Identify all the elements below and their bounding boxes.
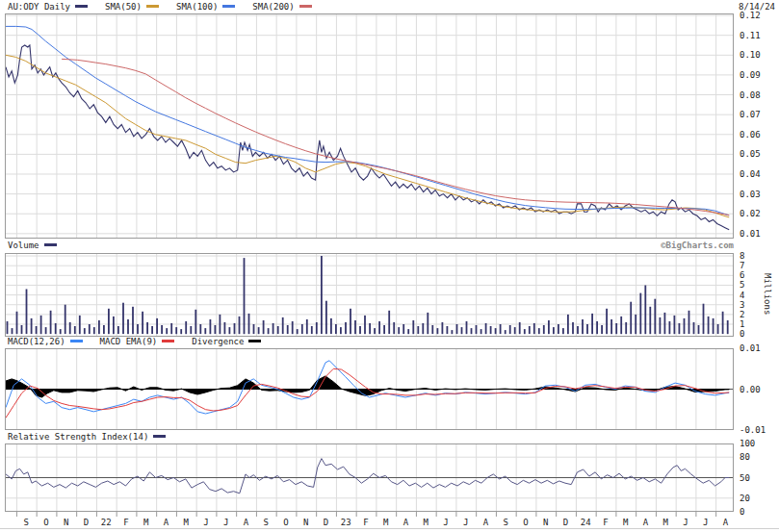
price-y-tick-label: 0.05 bbox=[740, 149, 761, 159]
x-axis-month-label: N bbox=[60, 518, 72, 527]
legend-label: Divergence bbox=[192, 337, 244, 346]
x-axis-month-label: M bbox=[180, 518, 193, 527]
rsi-pane-legend: Relative Strength Index(14) bbox=[8, 432, 183, 443]
x-axis-month-label: 22 bbox=[100, 518, 113, 527]
x-axis-month-label: A bbox=[240, 518, 252, 527]
x-axis-month-label: 23 bbox=[340, 518, 352, 527]
x-axis-month-label: A bbox=[639, 518, 652, 527]
volume-y-tick-label: 6 bbox=[740, 270, 744, 280]
macd-pane-svg bbox=[5, 348, 734, 430]
macd-y-tick-label: 0.01 bbox=[740, 343, 761, 353]
x-axis-month-label: M bbox=[140, 518, 152, 527]
macd-pane-legend: MACD(12,26)MACD EMA(9)Divergence bbox=[8, 337, 278, 348]
x-axis-month-label: O bbox=[280, 518, 293, 527]
legend-color-dash-icon bbox=[222, 5, 235, 8]
x-axis-month-label: A bbox=[400, 518, 412, 527]
legend-item: SMA(200) bbox=[252, 2, 311, 12]
price-y-tick-label: 0.11 bbox=[740, 31, 761, 40]
x-axis-month-label: M bbox=[420, 518, 432, 527]
bigcharts-copyright: ©BigCharts.com bbox=[5, 241, 734, 250]
x-axis-month-label: D bbox=[80, 518, 92, 527]
legend-item: AU:ODY Daily bbox=[8, 2, 88, 12]
x-axis-month-label: F bbox=[120, 518, 133, 527]
x-axis-month-label: M bbox=[379, 518, 392, 527]
volume-y-tick-label: 7 bbox=[740, 261, 744, 270]
x-axis-month-label: N bbox=[539, 518, 552, 527]
rsi-pane-svg bbox=[5, 443, 734, 512]
x-axis-month-label: J bbox=[699, 518, 712, 527]
legend-label: Relative Strength Index(14) bbox=[8, 432, 148, 442]
price-y-tick-label: 0.06 bbox=[740, 130, 761, 139]
x-axis-month-label: M bbox=[660, 518, 672, 527]
x-axis-month-label: O bbox=[40, 518, 53, 527]
legend-color-dash-icon bbox=[146, 5, 159, 8]
volume-y-tick-label: 1 bbox=[740, 319, 744, 329]
legend-label: AU:ODY Daily bbox=[8, 2, 70, 12]
x-axis-month-label: J bbox=[200, 518, 213, 527]
x-axis-month-label: J bbox=[440, 518, 453, 527]
x-axis-month-label: S bbox=[500, 518, 512, 527]
rsi-y-tick-label: 0 bbox=[740, 507, 744, 517]
x-axis-month-label: J bbox=[680, 518, 692, 527]
volume-y-tick-label: 8 bbox=[740, 251, 744, 261]
x-axis-month-label: A bbox=[480, 518, 492, 527]
volume-y-tick-label: 5 bbox=[740, 280, 744, 290]
legend-color-dash-icon bbox=[248, 340, 261, 342]
volume-y-tick-label: 3 bbox=[740, 300, 744, 310]
x-axis-month-label: F bbox=[360, 518, 373, 527]
volume-axis-unit-label: Millions bbox=[763, 273, 772, 315]
legend-color-dash-icon bbox=[75, 5, 88, 8]
volume-y-tick-label: 2 bbox=[740, 310, 744, 319]
price-y-tick-label: 0.01 bbox=[740, 229, 761, 239]
price-pane-svg bbox=[5, 13, 734, 239]
macd-y-tick-label: 0.00 bbox=[740, 385, 761, 394]
x-axis-month-label: O bbox=[520, 518, 532, 527]
price-y-tick-label: 0.12 bbox=[740, 11, 761, 20]
price-y-tick-label: 0.02 bbox=[740, 209, 761, 218]
rsi-y-tick-label: 50 bbox=[740, 473, 750, 483]
x-axis-month-label: N bbox=[299, 518, 312, 527]
macd-y-tick-label: -0.01 bbox=[740, 425, 766, 435]
legend-label: MACD(12,26) bbox=[8, 337, 65, 346]
x-axis-month-label: S bbox=[260, 518, 273, 527]
legend-label: SMA(200) bbox=[252, 2, 294, 12]
price-y-tick-label: 0.08 bbox=[740, 90, 761, 100]
legend-item: SMA(50) bbox=[105, 2, 159, 12]
legend-label: SMA(50) bbox=[105, 2, 142, 12]
legend-item: Divergence bbox=[192, 337, 261, 346]
price-y-tick-label: 0.04 bbox=[740, 169, 761, 179]
x-axis-month-label: A bbox=[160, 518, 172, 527]
rsi-y-tick-label: 80 bbox=[740, 452, 750, 462]
volume-pane-svg bbox=[5, 253, 734, 337]
x-axis-month-label: D bbox=[320, 518, 332, 527]
legend-item: SMA(100) bbox=[176, 2, 235, 12]
price-y-tick-label: 0.03 bbox=[740, 190, 761, 199]
legend-color-dash-icon bbox=[70, 340, 83, 342]
price-y-tick-label: 0.07 bbox=[740, 110, 761, 119]
legend-item: MACD EMA(9) bbox=[100, 337, 175, 346]
x-axis-month-label: 24 bbox=[580, 518, 592, 527]
price-y-tick-label: 0.10 bbox=[740, 50, 761, 60]
price-y-tick-label: 0.09 bbox=[740, 70, 761, 80]
price-pane-legend: AU:ODY DailySMA(50)SMA(100)SMA(200) bbox=[8, 2, 329, 13]
legend-color-dash-icon bbox=[162, 340, 174, 342]
legend-color-dash-icon bbox=[299, 5, 312, 8]
x-axis-month-label: F bbox=[600, 518, 612, 527]
legend-color-dash-icon bbox=[153, 435, 166, 438]
x-axis-month-label: D bbox=[559, 518, 572, 527]
bigcharts-stock-chart: AU:ODY DailySMA(50)SMA(100)SMA(200) 8/14… bbox=[0, 0, 779, 532]
legend-item: MACD(12,26) bbox=[8, 337, 83, 346]
legend-item: Relative Strength Index(14) bbox=[8, 432, 166, 442]
x-axis-month-label: J bbox=[459, 518, 472, 527]
legend-label: SMA(100) bbox=[176, 2, 218, 12]
volume-y-tick-label: 0 bbox=[740, 329, 744, 339]
x-axis-month-label: M bbox=[619, 518, 632, 527]
x-axis-month-label: A bbox=[719, 518, 732, 527]
legend-label: MACD EMA(9) bbox=[100, 337, 158, 346]
volume-y-tick-label: 4 bbox=[740, 291, 744, 300]
rsi-y-tick-label: 20 bbox=[740, 494, 750, 503]
x-axis-month-label: S bbox=[20, 518, 33, 527]
bottom-edge-divider bbox=[0, 528, 779, 529]
rsi-y-tick-label: 100 bbox=[740, 439, 755, 448]
x-axis-month-label: J bbox=[220, 518, 232, 527]
